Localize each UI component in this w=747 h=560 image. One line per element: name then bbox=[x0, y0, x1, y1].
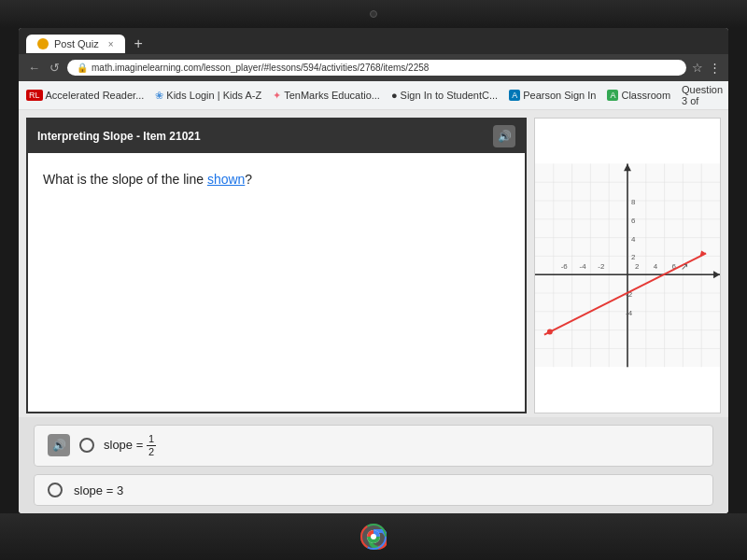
answer-option-a: 🔊 slope = 12 bbox=[34, 425, 713, 467]
chrome-logo-icon bbox=[360, 524, 387, 550]
bezel-top bbox=[0, 0, 747, 28]
coordinate-graph: 2 4 6 -2 -4 -6 2 4 6 8 -2 -4 bbox=[535, 119, 720, 413]
svg-text:↗: ↗ bbox=[681, 261, 688, 272]
bookmark-pearson[interactable]: A Pearson Sign In bbox=[509, 90, 596, 101]
answer-option-b: slope = 3 bbox=[34, 474, 713, 506]
bookmark-student-connect[interactable]: ● Sign In to StudentC... bbox=[391, 90, 498, 101]
svg-text:6: 6 bbox=[631, 217, 636, 225]
question-body: What is the slope of the line shown? bbox=[28, 153, 525, 205]
graph-panel: 2 4 6 -2 -4 -6 2 4 6 8 -2 -4 bbox=[534, 118, 721, 413]
star-icon[interactable]: ☆ bbox=[692, 61, 703, 75]
content-area: Interpreting Slope - Item 21021 🔊 What i… bbox=[19, 110, 728, 513]
svg-point-37 bbox=[547, 329, 553, 335]
bookmark-icon-pearson: A bbox=[509, 90, 520, 101]
camera-dot bbox=[370, 10, 377, 18]
tab-close-button[interactable]: × bbox=[108, 39, 114, 49]
svg-text:2: 2 bbox=[631, 253, 635, 261]
bookmark-icon-classroom: A bbox=[607, 90, 618, 101]
svg-text:4: 4 bbox=[631, 235, 636, 244]
laptop-screen: Post Quiz × + ← ↺ 🔒 math.imaginelearning… bbox=[19, 28, 728, 513]
url-text: math.imaginelearning.com/lesson_player/#… bbox=[92, 63, 429, 73]
browser-tab[interactable]: Post Quiz × bbox=[26, 35, 125, 53]
question-text-suffix: ? bbox=[245, 172, 252, 187]
shown-link[interactable]: shown bbox=[207, 172, 245, 187]
svg-text:2: 2 bbox=[635, 262, 639, 271]
sound-button[interactable]: 🔊 bbox=[493, 125, 515, 147]
answer-sound-button-a[interactable]: 🔊 bbox=[48, 434, 70, 456]
address-bar-row: ← ↺ 🔒 math.imaginelearning.com/lesson_pl… bbox=[19, 54, 728, 81]
bookmark-tenmarks[interactable]: ✦ TenMarks Educatio... bbox=[273, 90, 380, 102]
bookmark-label-classroom: Classroom bbox=[621, 90, 670, 101]
question-text-prefix: What is the slope of the line bbox=[43, 172, 207, 187]
bookmark-icon-tenmarks: ✦ bbox=[273, 90, 281, 102]
svg-point-44 bbox=[371, 534, 376, 539]
question-title: Interpreting Slope - Item 21021 bbox=[37, 130, 201, 143]
bookmark-icon-kids: ❀ bbox=[155, 90, 163, 102]
browser-chrome: Post Quiz × + ← ↺ 🔒 math.imaginelearning… bbox=[19, 28, 728, 110]
bookmark-label-pearson: Pearson Sign In bbox=[523, 90, 596, 101]
sound-icon-a: 🔊 bbox=[52, 439, 66, 452]
address-bar[interactable]: 🔒 math.imaginelearning.com/lesson_player… bbox=[67, 60, 686, 76]
tab-bar: Post Quiz × + bbox=[19, 28, 728, 54]
bookmark-icon-rl: RL bbox=[26, 90, 43, 101]
bezel-bottom bbox=[0, 513, 747, 560]
bookmark-kids-login[interactable]: ❀ Kids Login | Kids A-Z bbox=[155, 90, 261, 102]
tab-favicon bbox=[37, 38, 49, 49]
svg-text:-4: -4 bbox=[580, 262, 587, 271]
question-indicator: Question 3 of bbox=[682, 84, 723, 106]
svg-text:8: 8 bbox=[631, 198, 636, 206]
lock-icon: 🔒 bbox=[77, 63, 88, 73]
svg-text:4: 4 bbox=[654, 262, 658, 271]
svg-text:-6: -6 bbox=[561, 262, 569, 271]
reload-button[interactable]: ↺ bbox=[48, 59, 62, 77]
bookmark-label: Accelerated Reader... bbox=[46, 90, 145, 101]
bookmark-label-student: Sign In to StudentC... bbox=[401, 90, 499, 101]
menu-icon[interactable]: ⋮ bbox=[709, 61, 721, 75]
bookmark-icon-student: ● bbox=[391, 90, 398, 101]
bookmark-classroom[interactable]: A Classroom bbox=[607, 90, 670, 101]
answer-a-content: 🔊 slope = 12 bbox=[48, 433, 156, 458]
tab-title: Post Quiz bbox=[54, 38, 99, 49]
question-header: Interpreting Slope - Item 21021 🔊 bbox=[28, 119, 525, 153]
answer-text-b: slope = 3 bbox=[74, 483, 123, 497]
question-box: Interpreting Slope - Item 21021 🔊 What i… bbox=[26, 118, 527, 413]
answer-radio-b[interactable] bbox=[48, 483, 63, 497]
answer-radio-a[interactable] bbox=[79, 438, 94, 453]
answer-text-a: slope = 12 bbox=[104, 433, 156, 458]
bookmark-accelerated-reader[interactable]: RL Accelerated Reader... bbox=[26, 90, 144, 101]
answers-area: 🔊 slope = 12 slope = 3 bbox=[19, 417, 728, 513]
bookmark-label-kids: Kids Login | Kids A-Z bbox=[166, 90, 261, 101]
back-button[interactable]: ← bbox=[26, 59, 42, 77]
bookmark-label-tenmarks: TenMarks Educatio... bbox=[284, 90, 380, 101]
new-tab-button[interactable]: + bbox=[129, 34, 148, 54]
sound-icon: 🔊 bbox=[498, 130, 512, 143]
fraction-a: 12 bbox=[147, 433, 156, 458]
svg-text:-4: -4 bbox=[626, 309, 633, 317]
svg-text:-2: -2 bbox=[598, 262, 604, 271]
question-panel: Interpreting Slope - Item 21021 🔊 What i… bbox=[19, 110, 728, 421]
bookmarks-bar: RL Accelerated Reader... ❀ Kids Login | … bbox=[19, 81, 728, 110]
